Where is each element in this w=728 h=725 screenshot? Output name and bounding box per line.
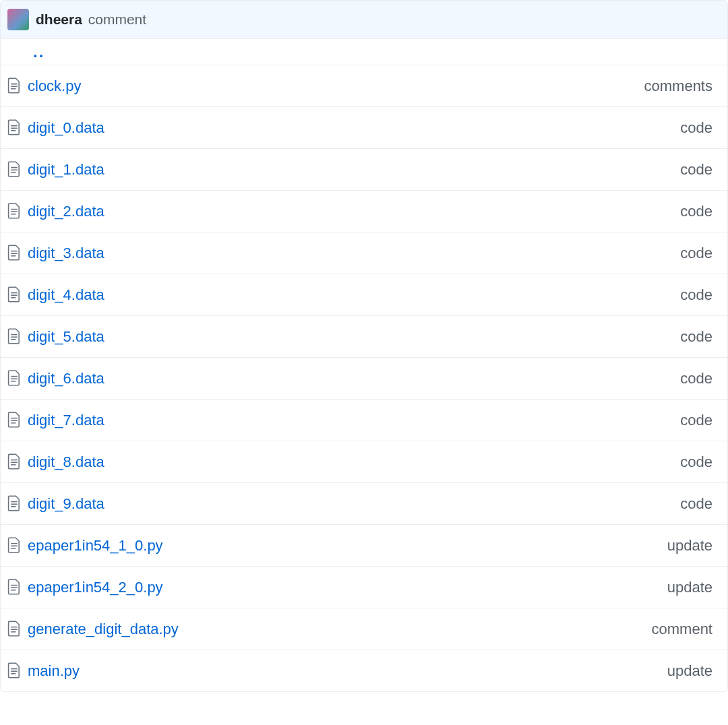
file-commit-message[interactable]: comments bbox=[644, 75, 721, 97]
file-commit-message[interactable]: code bbox=[680, 409, 721, 431]
file-commit-message[interactable]: code bbox=[680, 367, 721, 389]
file-name-link[interactable]: generate_digit_data.py bbox=[28, 618, 179, 640]
file-icon bbox=[7, 495, 28, 511]
file-icon bbox=[7, 328, 28, 344]
file-icon bbox=[7, 370, 28, 386]
file-name-link[interactable]: digit_0.data bbox=[28, 117, 104, 139]
file-commit-message[interactable]: update bbox=[667, 534, 721, 557]
author-avatar[interactable] bbox=[7, 9, 29, 30]
file-icon bbox=[7, 203, 28, 219]
file-row: digit_4.datacode bbox=[1, 274, 727, 316]
file-name-link[interactable]: digit_9.data bbox=[28, 493, 104, 515]
file-icon bbox=[7, 621, 28, 637]
file-icon bbox=[7, 286, 28, 303]
file-commit-message[interactable]: code bbox=[680, 200, 721, 222]
file-row: main.pyupdate bbox=[1, 650, 727, 691]
file-row: epaper1in54_1_0.pyupdate bbox=[1, 525, 727, 567]
file-row: digit_6.datacode bbox=[1, 358, 727, 400]
file-commit-message[interactable]: update bbox=[667, 576, 721, 598]
parent-directory-row[interactable]: .. bbox=[1, 39, 727, 65]
file-name-link[interactable]: digit_8.data bbox=[28, 451, 104, 473]
author-link[interactable]: dheera bbox=[36, 11, 82, 27]
file-name-link[interactable]: clock.py bbox=[28, 75, 81, 97]
file-name-link[interactable]: main.py bbox=[28, 660, 80, 682]
file-name-link[interactable]: digit_2.data bbox=[28, 200, 104, 222]
file-commit-message[interactable]: code bbox=[680, 158, 721, 181]
file-row: digit_0.datacode bbox=[1, 107, 727, 149]
file-row: digit_3.datacode bbox=[1, 232, 727, 274]
latest-commit-message[interactable]: comment bbox=[88, 11, 146, 27]
file-name-link[interactable]: digit_1.data bbox=[28, 158, 104, 181]
file-icon bbox=[7, 537, 28, 553]
file-icon bbox=[7, 161, 28, 177]
file-name-link[interactable]: digit_6.data bbox=[28, 367, 104, 389]
file-icon bbox=[7, 119, 28, 135]
file-name-link[interactable]: epaper1in54_2_0.py bbox=[28, 576, 163, 598]
file-row: digit_5.datacode bbox=[1, 316, 727, 358]
file-row: generate_digit_data.pycomment bbox=[1, 608, 727, 650]
file-name-link[interactable]: digit_4.data bbox=[28, 284, 104, 306]
file-row: clock.pycomments bbox=[1, 65, 727, 107]
file-listing-container: dheera comment .. clock.pycommentsdigit_… bbox=[0, 0, 728, 692]
file-name-link[interactable]: epaper1in54_1_0.py bbox=[28, 534, 163, 557]
latest-commit-header: dheera comment bbox=[1, 1, 727, 39]
file-commit-message[interactable]: code bbox=[680, 325, 721, 348]
file-icon bbox=[7, 662, 28, 679]
file-commit-message[interactable]: code bbox=[680, 284, 721, 306]
file-name-link[interactable]: digit_5.data bbox=[28, 325, 104, 348]
file-commit-message[interactable]: comment bbox=[652, 618, 721, 640]
parent-directory-link[interactable]: .. bbox=[33, 49, 44, 55]
file-icon bbox=[7, 245, 28, 261]
file-icon bbox=[7, 453, 28, 470]
file-name-link[interactable]: digit_7.data bbox=[28, 409, 104, 431]
file-row: digit_1.datacode bbox=[1, 149, 727, 191]
file-icon bbox=[7, 579, 28, 595]
file-commit-message[interactable]: code bbox=[680, 493, 721, 515]
file-row: epaper1in54_2_0.pyupdate bbox=[1, 567, 727, 608]
file-icon bbox=[7, 412, 28, 428]
file-commit-message[interactable]: code bbox=[680, 451, 721, 473]
file-commit-message[interactable]: code bbox=[680, 117, 721, 139]
file-commit-message[interactable]: update bbox=[667, 660, 721, 682]
file-commit-message[interactable]: code bbox=[680, 242, 721, 264]
file-name-link[interactable]: digit_3.data bbox=[28, 242, 104, 264]
file-row: digit_2.datacode bbox=[1, 191, 727, 232]
file-row: digit_9.datacode bbox=[1, 483, 727, 525]
file-row: digit_8.datacode bbox=[1, 441, 727, 483]
file-icon bbox=[7, 77, 28, 94]
file-row: digit_7.datacode bbox=[1, 400, 727, 441]
